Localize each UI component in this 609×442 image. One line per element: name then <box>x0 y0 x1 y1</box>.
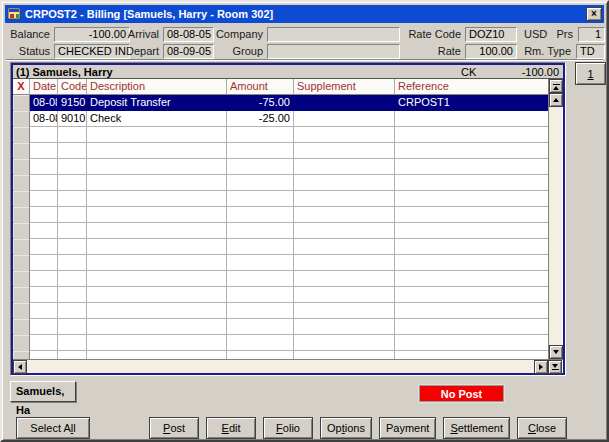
cell-amount: -75.00 <box>227 95 294 111</box>
row-selector[interactable] <box>13 271 30 287</box>
cell-description <box>87 191 227 207</box>
post-button[interactable]: Post <box>149 417 199 439</box>
row-selector[interactable] <box>13 191 30 207</box>
cell-code <box>58 239 87 255</box>
billing-window: CRPOST2 - Billing [Samuels, Harry - Room… <box>0 0 609 442</box>
cell-description: Deposit Transfer <box>87 95 227 111</box>
cell-date <box>30 127 58 143</box>
cell-code <box>58 335 87 351</box>
row-selector[interactable] <box>13 143 30 159</box>
row-selector[interactable] <box>13 351 30 359</box>
cell-supplement <box>294 271 395 287</box>
scroll-down-icon[interactable] <box>549 345 563 359</box>
scroll-up-icon[interactable] <box>549 93 563 107</box>
row-selector[interactable] <box>13 319 30 335</box>
group-field <box>267 44 400 59</box>
window-1-button[interactable]: 1 <box>575 62 606 85</box>
row-selector[interactable] <box>13 175 30 191</box>
titlebar[interactable]: CRPOST2 - Billing [Samuels, Harry - Room… <box>5 5 604 23</box>
empty-table-row[interactable] <box>13 303 548 319</box>
empty-table-row[interactable] <box>13 271 548 287</box>
row-selector[interactable] <box>13 127 30 143</box>
header-divider <box>6 59 603 61</box>
cell-amount: -25.00 <box>227 111 294 127</box>
cell-reference <box>395 271 548 287</box>
empty-table-row[interactable] <box>13 207 548 223</box>
folio-button[interactable]: Folio <box>263 417 313 439</box>
empty-table-row[interactable] <box>13 335 548 351</box>
empty-table-row[interactable] <box>13 127 548 143</box>
scroll-to-bottom-icon[interactable] <box>548 360 562 374</box>
rm-type-label: Rm. Type <box>517 44 571 59</box>
row-selector[interactable] <box>13 303 30 319</box>
arrival-label: Arrival <box>112 27 159 42</box>
payment-button[interactable]: Payment <box>379 417 436 439</box>
cell-code <box>58 287 87 303</box>
cell-amount <box>227 303 294 319</box>
billing-grid-panel: (1) Samuels, Harry CK -100.00 XDateCodeD… <box>10 62 566 376</box>
guest-name: (1) Samuels, Harry <box>13 66 461 78</box>
table-row[interactable]: 08-089150Deposit Transfer-75.00CRPOST1 <box>13 95 548 111</box>
cell-supplement <box>294 127 395 143</box>
vertical-scrollbar[interactable] <box>548 79 562 359</box>
column-header-amount: Amount <box>227 79 294 95</box>
horizontal-scroll-track[interactable] <box>27 360 534 373</box>
cell-amount <box>227 127 294 143</box>
cell-code <box>58 351 87 359</box>
row-selector[interactable] <box>13 159 30 175</box>
cell-reference <box>395 143 548 159</box>
cell-reference <box>395 319 548 335</box>
row-selector[interactable] <box>13 255 30 271</box>
row-selector[interactable] <box>13 335 30 351</box>
column-header-x: X <box>13 79 30 95</box>
horizontal-scrollbar[interactable] <box>13 360 548 373</box>
table-row[interactable]: 08-089010Check-25.00 <box>13 111 548 127</box>
no-post-badge: No Post <box>419 385 504 402</box>
empty-table-row[interactable] <box>13 223 548 239</box>
cell-description <box>87 319 227 335</box>
cell-supplement <box>294 95 395 111</box>
empty-table-row[interactable] <box>13 351 548 359</box>
cell-amount <box>227 143 294 159</box>
options-button[interactable]: Options <box>320 417 372 439</box>
row-selector[interactable] <box>13 111 30 127</box>
row-selector[interactable] <box>13 287 30 303</box>
empty-table-row[interactable] <box>13 175 548 191</box>
cell-amount <box>227 271 294 287</box>
settlement-button[interactable]: Settlement <box>443 417 510 439</box>
vertical-scroll-track[interactable] <box>549 107 562 345</box>
row-selector[interactable] <box>13 207 30 223</box>
cell-date <box>30 351 58 359</box>
row-selector[interactable] <box>13 223 30 239</box>
group-label: Group <box>207 44 263 59</box>
empty-table-row[interactable] <box>13 255 548 271</box>
empty-table-row[interactable] <box>13 159 548 175</box>
empty-table-row[interactable] <box>13 143 548 159</box>
cell-amount <box>227 287 294 303</box>
row-selector[interactable] <box>13 239 30 255</box>
window-title: CRPOST2 - Billing [Samuels, Harry - Room… <box>25 8 586 20</box>
empty-table-row[interactable] <box>13 287 548 303</box>
empty-table-row[interactable] <box>13 239 548 255</box>
edit-button[interactable]: Edit <box>206 417 256 439</box>
select-all-button[interactable]: Select All <box>16 417 90 439</box>
scroll-to-top-icon[interactable] <box>549 79 563 93</box>
cell-code <box>58 303 87 319</box>
folio-tab-samuels[interactable]: Samuels, Ha <box>10 381 76 402</box>
column-header-code: Code <box>58 79 87 95</box>
rate-code-label: Rate Code <box>400 27 461 42</box>
scroll-right-icon[interactable] <box>534 360 548 374</box>
cell-date <box>30 175 58 191</box>
cell-code <box>58 255 87 271</box>
close-button[interactable]: Close <box>517 417 567 439</box>
cell-supplement <box>294 159 395 175</box>
scroll-left-icon[interactable] <box>13 360 27 374</box>
row-selector[interactable] <box>13 95 30 111</box>
cell-date <box>30 223 58 239</box>
cell-description <box>87 175 227 191</box>
cell-reference <box>395 175 548 191</box>
close-icon[interactable]: × <box>586 7 602 21</box>
cell-amount <box>227 223 294 239</box>
empty-table-row[interactable] <box>13 191 548 207</box>
empty-table-row[interactable] <box>13 319 548 335</box>
